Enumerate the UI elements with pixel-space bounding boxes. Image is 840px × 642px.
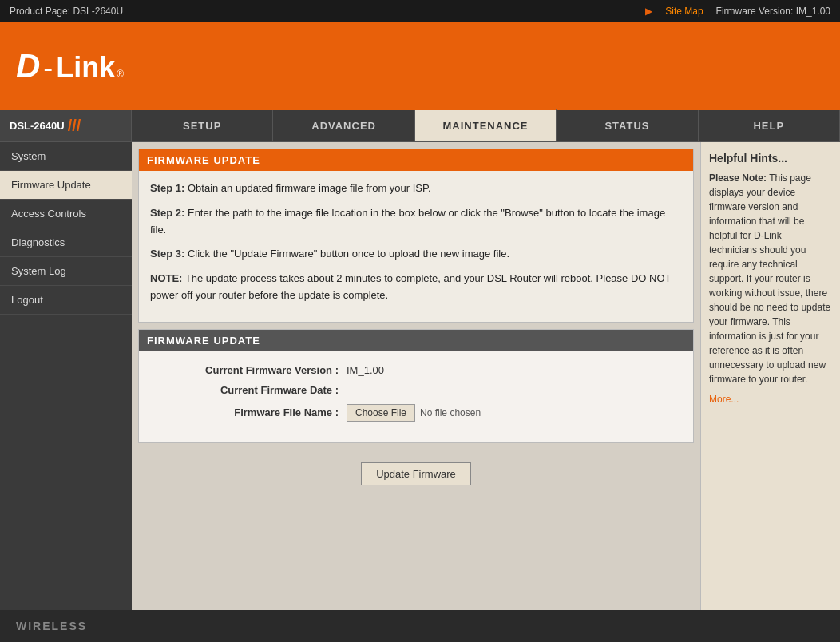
firmware-version: Firmware Version: IM_1.00 [716,6,830,17]
top-bar-right: ▶ Site Map Firmware Version: IM_1.00 [645,6,830,17]
sidebar: System Firmware Update Access Controls D… [0,142,132,610]
current-date-row: Current Firmware Date : [155,384,677,396]
nav-tabs: DSL-2640U /// SETUP ADVANCED MAINTENANCE… [0,110,840,142]
update-button-area: Update Firmware [132,450,700,498]
logo-r: ® [117,69,124,80]
form-box-header: FIRMWARE UPDATE [139,330,693,351]
current-version-value: IM_1.00 [347,364,384,376]
step1-text: Obtain an updated firmware image file fr… [184,182,430,194]
device-tab: DSL-2640U /// [0,110,132,141]
sidebar-item-logout[interactable]: Logout [0,286,132,315]
note-paragraph: NOTE: The update process takes about 2 m… [150,271,682,304]
no-file-text: No file chosen [420,407,481,418]
logo: D - Link ® [16,47,124,85]
help-title: Helpful Hints... [709,152,832,164]
bottom-bar: WIRELESS [0,610,840,642]
help-bold-label: Please Note: [709,172,767,184]
step3-label: Step 3: [150,248,184,260]
help-text: Please Note: This page displays your dev… [709,171,832,386]
tab-setup[interactable]: SETUP [132,110,273,141]
step1-paragraph: Step 1: Obtain an updated firmware image… [150,180,682,197]
wireless-label: WIRELESS [16,620,87,632]
sidebar-item-access-controls[interactable]: Access Controls [0,200,132,228]
step2-text: Enter the path to the image file locatio… [150,207,665,236]
main-tabs: SETUP ADVANCED MAINTENANCE STATUS HELP [132,110,840,141]
logo-link: Link [56,51,115,85]
logo-dash: - [43,51,53,85]
sidebar-item-firmware-update[interactable]: Firmware Update [0,171,132,200]
tab-help[interactable]: HELP [699,110,840,141]
tab-advanced[interactable]: ADVANCED [273,110,414,141]
help-more-link[interactable]: More... [709,394,739,405]
current-version-label: Current Firmware Version : [155,364,347,376]
info-box-body: Step 1: Obtain an updated firmware image… [139,171,693,322]
firmware-info-box: FIRMWARE UPDATE Step 1: Obtain an update… [138,149,694,323]
sidebar-item-system[interactable]: System [0,142,132,171]
sidebar-item-system-log[interactable]: System Log [0,257,132,286]
current-version-row: Current Firmware Version : IM_1.00 [155,364,677,376]
top-bar: Product Page: DSL-2640U ▶ Site Map Firmw… [0,0,840,22]
step3-paragraph: Step 3: Click the "Update Firmware" butt… [150,246,682,263]
firmware-form-box: FIRMWARE UPDATE Current Firmware Version… [138,329,694,443]
form-box-body: Current Firmware Version : IM_1.00 Curre… [139,351,693,442]
sidebar-item-diagnostics[interactable]: Diagnostics [0,228,132,257]
file-name-row: Firmware File Name : Choose File No file… [155,404,677,422]
step2-paragraph: Step 2: Enter the path to the image file… [150,205,682,239]
step3-text: Click the "Update Firmware" button once … [184,248,509,260]
info-box-header: FIRMWARE UPDATE [139,149,693,171]
main-content: FIRMWARE UPDATE Step 1: Obtain an update… [132,142,700,610]
header: D - Link ® [0,22,840,110]
help-panel: Helpful Hints... Please Note: This page … [700,142,840,610]
help-body-text: This page displays your device firmware … [709,172,830,385]
file-input-wrapper: Choose File No file chosen [347,404,481,422]
file-name-label: Firmware File Name : [155,406,347,418]
update-firmware-button[interactable]: Update Firmware [361,462,471,485]
choose-file-button[interactable]: Choose File [347,404,415,422]
step2-label: Step 2: [150,207,184,219]
device-name: DSL-2640U [10,120,65,132]
tab-status[interactable]: STATUS [557,110,698,141]
note-text: The update process takes about 2 minutes… [150,272,671,301]
step1-label: Step 1: [150,182,184,194]
slash-icon: /// [68,117,81,135]
sitemap-link[interactable]: Site Map [665,6,703,17]
product-label: Product Page: DSL-2640U [10,6,123,17]
current-date-label: Current Firmware Date : [155,384,347,396]
content-area: System Firmware Update Access Controls D… [0,142,840,610]
tab-maintenance[interactable]: MAINTENANCE [415,109,557,141]
logo-d: D [16,47,40,85]
note-label: NOTE: [150,272,182,284]
arrow-icon: ▶ [645,6,652,17]
